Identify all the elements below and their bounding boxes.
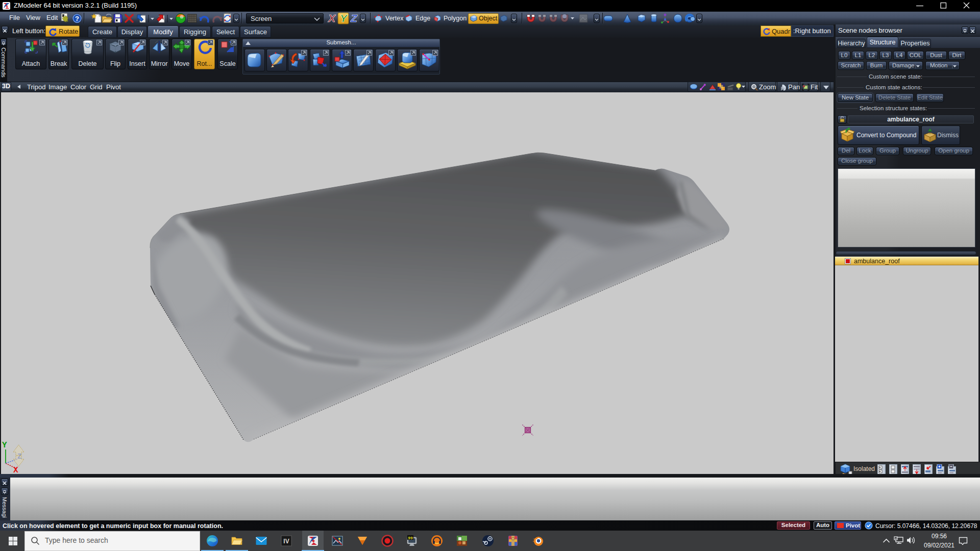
svg-text:IV: IV xyxy=(283,538,289,545)
svg-text:X: X xyxy=(328,12,336,24)
svg-text:X: X xyxy=(13,466,18,474)
svg-text:?: ? xyxy=(75,15,79,22)
svg-text:Y: Y xyxy=(2,441,7,450)
svg-text:Z: Z xyxy=(350,12,358,24)
svg-text:99: 99 xyxy=(408,536,413,540)
svg-text:Y: Y xyxy=(340,12,348,24)
